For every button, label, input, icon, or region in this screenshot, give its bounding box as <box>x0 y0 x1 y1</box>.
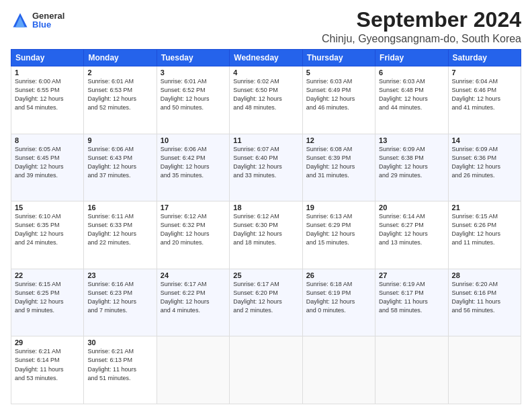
day-info: Sunrise: 6:16 AMSunset: 6:23 PMDaylight:… <box>87 280 152 315</box>
day-info: Sunrise: 6:07 AMSunset: 6:40 PMDaylight:… <box>233 145 298 180</box>
table-row: 20 Sunrise: 6:14 AMSunset: 6:27 PMDaylig… <box>375 201 448 269</box>
day-info: Sunrise: 6:15 AMSunset: 6:25 PMDaylight:… <box>15 280 80 315</box>
table-row <box>448 336 521 404</box>
day-info: Sunrise: 6:09 AMSunset: 6:36 PMDaylight:… <box>452 145 517 180</box>
day-number: 2 <box>87 68 152 77</box>
day-number: 12 <box>306 136 371 144</box>
table-row: 25 Sunrise: 6:17 AMSunset: 6:20 PMDaylig… <box>230 269 302 336</box>
col-tuesday: Tuesday <box>157 50 229 66</box>
day-info: Sunrise: 6:03 AMSunset: 6:48 PMDaylight:… <box>379 77 444 112</box>
table-row: 24 Sunrise: 6:17 AMSunset: 6:22 PMDaylig… <box>157 269 229 336</box>
col-sunday: Sunday <box>11 50 84 66</box>
logo-blue: Blue <box>32 20 64 29</box>
day-info: Sunrise: 6:01 AMSunset: 6:52 PMDaylight:… <box>161 77 226 112</box>
table-row: 8 Sunrise: 6:05 AMSunset: 6:45 PMDayligh… <box>11 134 84 201</box>
logo: General Blue <box>11 11 64 30</box>
table-row: 17 Sunrise: 6:12 AMSunset: 6:32 PMDaylig… <box>157 201 229 269</box>
day-info: Sunrise: 6:08 AMSunset: 6:39 PMDaylight:… <box>306 145 371 180</box>
calendar-week-2: 8 Sunrise: 6:05 AMSunset: 6:45 PMDayligh… <box>11 134 521 201</box>
col-friday: Friday <box>375 50 448 66</box>
table-row: 19 Sunrise: 6:13 AMSunset: 6:29 PMDaylig… <box>302 201 375 269</box>
day-info: Sunrise: 6:14 AMSunset: 6:27 PMDaylight:… <box>379 212 444 247</box>
day-number: 28 <box>452 271 517 279</box>
day-info: Sunrise: 6:20 AMSunset: 6:16 PMDaylight:… <box>452 280 517 315</box>
table-row <box>230 336 302 404</box>
day-number: 11 <box>233 136 298 144</box>
table-row: 10 Sunrise: 6:06 AMSunset: 6:42 PMDaylig… <box>157 134 229 201</box>
day-number: 16 <box>87 203 152 212</box>
table-row: 16 Sunrise: 6:11 AMSunset: 6:33 PMDaylig… <box>84 201 157 269</box>
day-number: 24 <box>161 271 226 279</box>
day-info: Sunrise: 6:12 AMSunset: 6:30 PMDaylight:… <box>233 212 298 247</box>
day-number: 26 <box>306 271 371 279</box>
day-number: 30 <box>87 338 152 347</box>
calendar-table: Sunday Monday Tuesday Wednesday Thursday… <box>11 49 521 404</box>
logo-icon <box>11 11 30 30</box>
table-row: 15 Sunrise: 6:10 AMSunset: 6:35 PMDaylig… <box>11 201 84 269</box>
day-number: 3 <box>161 68 226 77</box>
table-row <box>375 336 448 404</box>
day-info: Sunrise: 6:19 AMSunset: 6:17 PMDaylight:… <box>379 280 444 315</box>
day-info: Sunrise: 6:04 AMSunset: 6:46 PMDaylight:… <box>452 77 517 112</box>
day-number: 21 <box>452 203 517 212</box>
day-number: 19 <box>306 203 371 212</box>
table-row: 5 Sunrise: 6:03 AMSunset: 6:49 PMDayligh… <box>302 66 375 134</box>
day-info: Sunrise: 6:21 AMSunset: 6:13 PMDaylight:… <box>87 347 152 382</box>
table-row: 22 Sunrise: 6:15 AMSunset: 6:25 PMDaylig… <box>11 269 84 336</box>
table-row: 29 Sunrise: 6:21 AMSunset: 6:14 PMDaylig… <box>11 336 84 404</box>
day-info: Sunrise: 6:06 AMSunset: 6:43 PMDaylight:… <box>87 145 152 180</box>
day-number: 20 <box>379 203 444 212</box>
day-info: Sunrise: 6:00 AMSunset: 6:55 PMDaylight:… <box>15 77 80 112</box>
table-row: 23 Sunrise: 6:16 AMSunset: 6:23 PMDaylig… <box>84 269 157 336</box>
calendar-week-1: 1 Sunrise: 6:00 AMSunset: 6:55 PMDayligh… <box>11 66 521 134</box>
day-info: Sunrise: 6:13 AMSunset: 6:29 PMDaylight:… <box>306 212 371 247</box>
table-row: 1 Sunrise: 6:00 AMSunset: 6:55 PMDayligh… <box>11 66 84 134</box>
day-number: 22 <box>15 271 80 279</box>
day-number: 13 <box>379 136 444 144</box>
day-info: Sunrise: 6:09 AMSunset: 6:38 PMDaylight:… <box>379 145 444 180</box>
day-info: Sunrise: 6:06 AMSunset: 6:42 PMDaylight:… <box>161 145 226 180</box>
col-thursday: Thursday <box>302 50 375 66</box>
day-number: 1 <box>15 68 80 77</box>
table-row: 12 Sunrise: 6:08 AMSunset: 6:39 PMDaylig… <box>302 134 375 201</box>
day-info: Sunrise: 6:05 AMSunset: 6:45 PMDaylight:… <box>15 145 80 180</box>
table-row: 4 Sunrise: 6:02 AMSunset: 6:50 PMDayligh… <box>230 66 302 134</box>
table-row: 18 Sunrise: 6:12 AMSunset: 6:30 PMDaylig… <box>230 201 302 269</box>
day-info: Sunrise: 6:17 AMSunset: 6:22 PMDaylight:… <box>161 280 226 315</box>
day-number: 29 <box>15 338 80 347</box>
day-info: Sunrise: 6:15 AMSunset: 6:26 PMDaylight:… <box>452 212 517 247</box>
table-row: 11 Sunrise: 6:07 AMSunset: 6:40 PMDaylig… <box>230 134 302 201</box>
day-number: 27 <box>379 271 444 279</box>
header: General Blue September 2024 Chinju, Gyeo… <box>11 8 521 45</box>
day-number: 5 <box>306 68 371 77</box>
calendar-week-5: 29 Sunrise: 6:21 AMSunset: 6:14 PMDaylig… <box>11 336 521 404</box>
table-row: 3 Sunrise: 6:01 AMSunset: 6:52 PMDayligh… <box>157 66 229 134</box>
table-row: 30 Sunrise: 6:21 AMSunset: 6:13 PMDaylig… <box>84 336 157 404</box>
day-info: Sunrise: 6:17 AMSunset: 6:20 PMDaylight:… <box>233 280 298 315</box>
day-number: 4 <box>233 68 298 77</box>
table-row: 6 Sunrise: 6:03 AMSunset: 6:48 PMDayligh… <box>375 66 448 134</box>
calendar-week-4: 22 Sunrise: 6:15 AMSunset: 6:25 PMDaylig… <box>11 269 521 336</box>
subtitle: Chinju, Gyeongsangnam-do, South Korea <box>322 33 521 45</box>
day-number: 10 <box>161 136 226 144</box>
table-row <box>302 336 375 404</box>
table-row: 28 Sunrise: 6:20 AMSunset: 6:16 PMDaylig… <box>448 269 521 336</box>
table-row: 13 Sunrise: 6:09 AMSunset: 6:38 PMDaylig… <box>375 134 448 201</box>
table-row <box>157 336 229 404</box>
day-number: 8 <box>15 136 80 144</box>
calendar-header-row: Sunday Monday Tuesday Wednesday Thursday… <box>11 50 521 66</box>
day-number: 6 <box>379 68 444 77</box>
table-row: 7 Sunrise: 6:04 AMSunset: 6:46 PMDayligh… <box>448 66 521 134</box>
title-block: September 2024 Chinju, Gyeongsangnam-do,… <box>322 8 521 45</box>
day-info: Sunrise: 6:18 AMSunset: 6:19 PMDaylight:… <box>306 280 371 315</box>
table-row: 21 Sunrise: 6:15 AMSunset: 6:26 PMDaylig… <box>448 201 521 269</box>
table-row: 27 Sunrise: 6:19 AMSunset: 6:17 PMDaylig… <box>375 269 448 336</box>
col-monday: Monday <box>84 50 157 66</box>
day-number: 9 <box>87 136 152 144</box>
day-number: 18 <box>233 203 298 212</box>
table-row: 9 Sunrise: 6:06 AMSunset: 6:43 PMDayligh… <box>84 134 157 201</box>
day-number: 17 <box>161 203 226 212</box>
day-number: 14 <box>452 136 517 144</box>
col-saturday: Saturday <box>448 50 521 66</box>
day-number: 23 <box>87 271 152 279</box>
